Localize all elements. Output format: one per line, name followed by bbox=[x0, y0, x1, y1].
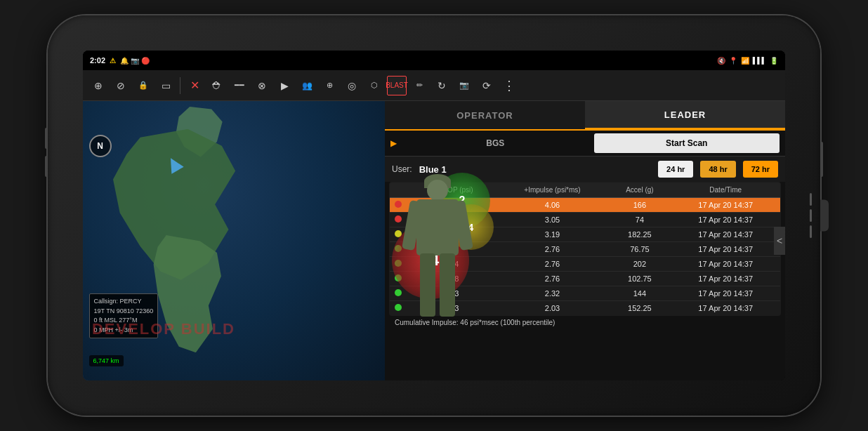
table-row: 2.282.76102.7517 Apr 20 14:37 bbox=[390, 272, 781, 286]
wifi-icon: 📶 bbox=[741, 57, 749, 65]
row-peak: 17.30 bbox=[407, 213, 497, 227]
row-impulse: 2.76 bbox=[497, 242, 609, 257]
side-grip bbox=[810, 193, 812, 238]
add-icon[interactable]: ⊕ bbox=[88, 76, 108, 95]
home-button[interactable] bbox=[820, 200, 829, 232]
row-accel: 144 bbox=[608, 286, 671, 301]
data-table: Peak OP (psi) +Impulse (psi*ms) Accel (g… bbox=[389, 182, 781, 316]
row-datetime: 17 Apr 20 14:37 bbox=[671, 286, 780, 301]
time-24hr-button[interactable]: 24 hr bbox=[658, 161, 693, 178]
screen: 2:02 ⚠ 🔔 📷 🔴 🔇 📍 📶 ▌▌▌ 🔋 ⊕ ⊘ 🔒 ▭ bbox=[83, 51, 785, 380]
tab-leader[interactable]: LEADER bbox=[585, 101, 785, 129]
rotate-icon[interactable]: ↻ bbox=[432, 76, 452, 95]
north-indicator: N bbox=[89, 135, 112, 157]
row-datetime: 17 Apr 20 14:37 bbox=[671, 213, 780, 227]
row-impulse: 2.03 bbox=[497, 301, 609, 316]
map-area[interactable]: N Callsign: PERCY 19T TN 90810 72360 0 f… bbox=[83, 101, 385, 380]
row-accel: 166 bbox=[608, 198, 671, 213]
volume-up-button[interactable] bbox=[45, 128, 48, 149]
stack-icon[interactable]: ⬡ bbox=[364, 76, 384, 95]
time-72hr-button[interactable]: 72 hr bbox=[743, 161, 778, 178]
settings-icon[interactable]: ⟳ bbox=[477, 76, 497, 95]
ruler-icon[interactable]: ━━ bbox=[230, 76, 249, 95]
time-48hr-button[interactable]: 48 hr bbox=[700, 161, 735, 178]
table-row: 24.154.0616617 Apr 20 14:37 bbox=[390, 198, 781, 213]
play-icon[interactable]: ▶ bbox=[275, 76, 294, 95]
row-indicator bbox=[390, 301, 407, 316]
lock-icon[interactable]: 🔒 bbox=[133, 76, 153, 95]
group-icon[interactable]: 👥 bbox=[297, 76, 317, 95]
row-accel: 76.75 bbox=[608, 242, 671, 257]
device: 2:02 ⚠ 🔔 📷 🔴 🔇 📍 📶 ▌▌▌ 🔋 ⊕ ⊘ 🔒 ▭ bbox=[48, 15, 820, 416]
power-button[interactable] bbox=[820, 142, 823, 177]
row-impulse: 4.06 bbox=[497, 198, 609, 213]
right-chevron-button[interactable]: < bbox=[774, 227, 785, 255]
row-indicator bbox=[390, 242, 407, 257]
row-datetime: 17 Apr 20 14:37 bbox=[671, 272, 780, 286]
blast-icon[interactable]: BLAST bbox=[387, 76, 407, 95]
row-peak: 5.69 bbox=[407, 227, 497, 242]
row-impulse: 3.05 bbox=[497, 213, 609, 227]
tab-operator[interactable]: OPERATOR bbox=[385, 101, 585, 129]
main-content: N Callsign: PERCY 19T TN 90810 72360 0 f… bbox=[83, 101, 785, 380]
circle-icon[interactable]: ◎ bbox=[342, 76, 362, 95]
map-background: N Callsign: PERCY 19T TN 90810 72360 0 f… bbox=[83, 101, 385, 380]
crosshair-icon[interactable]: ⊗ bbox=[252, 76, 272, 95]
right-panel: OPERATOR LEADER ▶ BGS Start Scan bbox=[385, 101, 785, 380]
row-indicator bbox=[390, 213, 407, 227]
row-impulse: 2.76 bbox=[497, 272, 609, 286]
row-datetime: 17 Apr 20 14:37 bbox=[671, 301, 780, 316]
row-impulse: 2.76 bbox=[497, 257, 609, 272]
volume-down-button[interactable] bbox=[45, 156, 48, 177]
mute-icon: 🔇 bbox=[717, 57, 725, 65]
camera-icon[interactable]: 📷 bbox=[454, 76, 474, 95]
row-indicator bbox=[390, 257, 407, 272]
col-impulse: +Impulse (psi*ms) bbox=[497, 183, 609, 198]
row-peak: 2.94 bbox=[407, 242, 497, 257]
tab-bar: OPERATOR LEADER bbox=[385, 101, 785, 131]
row-accel: 102.75 bbox=[608, 272, 671, 286]
row-impulse: 3.19 bbox=[497, 227, 609, 242]
close-icon[interactable]: ✕ bbox=[185, 76, 204, 95]
table-row: 2.942.7620217 Apr 20 14:37 bbox=[390, 257, 781, 272]
col-accel: Accel (g) bbox=[608, 183, 671, 198]
row-indicator bbox=[390, 198, 407, 213]
helmet-icon[interactable]: ⛑ bbox=[207, 76, 227, 95]
table-row: 17.303.057417 Apr 20 14:37 bbox=[390, 213, 781, 227]
layers-icon[interactable]: ⊘ bbox=[111, 76, 131, 95]
row-peak: 2.94 bbox=[407, 257, 497, 272]
status-bar: 2:02 ⚠ 🔔 📷 🔴 🔇 📍 📶 ▌▌▌ 🔋 bbox=[83, 51, 785, 70]
row-indicator bbox=[390, 286, 407, 301]
more-icon[interactable]: ⋮ bbox=[499, 76, 519, 95]
dev-watermark: DEVELOP BUILD bbox=[92, 320, 235, 338]
row-indicator bbox=[390, 227, 407, 242]
rectangle-icon[interactable]: ▭ bbox=[156, 76, 176, 95]
sub-tab-bgs[interactable]: BGS bbox=[402, 133, 588, 153]
alert-icon: ⚠ bbox=[110, 57, 116, 65]
row-peak: 2.03 bbox=[407, 286, 497, 301]
location-icon: 📍 bbox=[729, 57, 737, 65]
row-accel: 202 bbox=[608, 257, 671, 272]
table-row: 5.693.19182.2517 Apr 20 14:37 bbox=[390, 227, 781, 242]
sub-tab-start-scan[interactable]: Start Scan bbox=[594, 133, 780, 153]
row-datetime: 17 Apr 20 14:37 bbox=[671, 198, 780, 213]
battery-icon: 🔋 bbox=[770, 57, 778, 65]
row-accel: 182.25 bbox=[608, 227, 671, 242]
expand-arrow[interactable]: ▶ bbox=[390, 138, 397, 148]
row-accel: 74 bbox=[608, 213, 671, 227]
edit-icon[interactable]: ✏ bbox=[409, 76, 429, 95]
row-datetime: 17 Apr 20 14:37 bbox=[671, 242, 780, 257]
user-label: User: bbox=[392, 164, 412, 174]
table-row: 2.032.3214417 Apr 20 14:37 bbox=[390, 286, 781, 301]
sub-bar: ▶ BGS Start Scan bbox=[385, 131, 785, 157]
table-header-row: Peak OP (psi) +Impulse (psi*ms) Accel (g… bbox=[390, 183, 781, 198]
user-name: Blue 1 bbox=[419, 164, 651, 175]
col-peak-op: Peak OP (psi) bbox=[407, 183, 497, 198]
toolbar: ⊕ ⊘ 🔒 ▭ ✕ ⛑ ━━ ⊗ ▶ 👥 ⊕ ◎ ⬡ BLAST ✏ ↻ 📷 ⟳… bbox=[83, 70, 785, 101]
scale-bar: 6,747 km bbox=[89, 355, 124, 366]
table-row: 2.032.03152.2517 Apr 20 14:37 bbox=[390, 301, 781, 316]
data-table-wrapper[interactable]: Peak OP (psi) +Impulse (psi*ms) Accel (g… bbox=[385, 182, 785, 380]
table-row: 2.942.7676.7517 Apr 20 14:37 bbox=[390, 242, 781, 257]
signal-icon: ▌▌▌ bbox=[753, 57, 766, 64]
pin-add-icon[interactable]: ⊕ bbox=[320, 76, 339, 95]
